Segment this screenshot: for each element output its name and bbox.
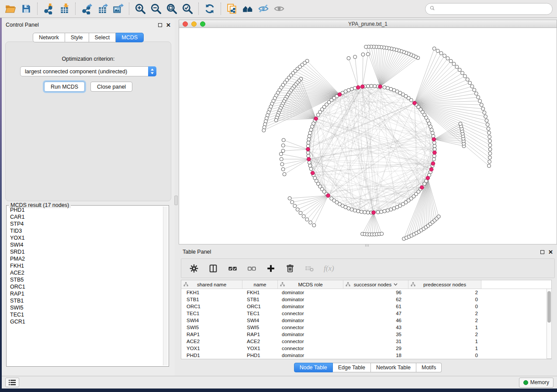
toolbar-button-open-folder[interactable]	[3, 2, 18, 16]
mcds-tab-content: Optimization criterion: largest connecte…	[5, 41, 171, 201]
mcds-node-item[interactable]: FKH1	[7, 262, 163, 269]
mcds-node-item[interactable]: SWI5	[7, 304, 163, 311]
network-title: YPA_prune.txt_1	[179, 21, 557, 27]
column-header-filler	[481, 280, 551, 289]
table-toolbar-columns-button[interactable]	[208, 264, 218, 273]
toolbar-button-show-all[interactable]	[271, 2, 287, 16]
mcds-node-item[interactable]: GCR1	[7, 318, 163, 325]
mcds-node-item[interactable]: TEC1	[7, 311, 163, 318]
mcds-node-item[interactable]: YOX1	[7, 234, 163, 241]
column-header-successor-nodes[interactable]: successor nodes	[343, 280, 408, 289]
tab-motifs[interactable]: Motifs	[416, 363, 442, 372]
table-toolbar: f(x)	[181, 258, 555, 278]
table-toolbar-select-all-button[interactable]	[228, 264, 237, 273]
toolbar-button-export-image[interactable]	[110, 2, 126, 16]
column-header-name[interactable]: name	[242, 280, 278, 289]
vertical-splitter[interactable]	[174, 196, 178, 205]
table-row[interactable]: SWI5 SWI5 connector 43 1	[181, 324, 551, 331]
table-row[interactable]: STB1 STB1 dominator 62 0	[181, 296, 551, 303]
column-header-predecessor-nodes[interactable]: predecessor nodes	[408, 280, 481, 289]
table-toolbar-deselect-all-button[interactable]	[247, 264, 256, 273]
toolbar-button-import-network[interactable]	[41, 2, 56, 16]
network-canvas[interactable]	[179, 28, 557, 244]
float-table-panel-icon[interactable]	[540, 250, 544, 254]
close-table-panel-icon[interactable]: ✕	[548, 250, 553, 254]
table-row[interactable]: SWI4 SWI4 dominator 46 2	[181, 317, 551, 324]
mcds-node-item[interactable]: STP4	[7, 220, 163, 227]
column-header-shared-name[interactable]: shared name	[181, 280, 242, 289]
attribute-type-icon	[183, 282, 188, 287]
mcds-node-item[interactable]: PHD1	[7, 206, 163, 213]
toolbar-button-zoom-fit[interactable]	[164, 2, 180, 16]
export-table-icon	[97, 3, 108, 14]
column-header-MCDS-role[interactable]: MCDS role	[278, 280, 343, 289]
tab-style[interactable]: Style	[65, 33, 89, 42]
settings-icon	[189, 264, 199, 273]
control-panel: Control Panel ✕ NetworkStyleSelectMCDS O…	[2, 20, 175, 376]
tab-edge-table[interactable]: Edge Table	[333, 363, 371, 372]
mcds-node-item[interactable]: STB1	[7, 297, 163, 304]
tab-network[interactable]: Network	[33, 33, 65, 42]
zoom-in-icon	[135, 3, 146, 14]
mcds-node-item[interactable]: SWI4	[7, 241, 163, 248]
mcds-list-scrollbar[interactable]	[163, 206, 168, 365]
tab-network-table[interactable]: Network Table	[371, 363, 416, 372]
table-toolbar-settings-button[interactable]	[189, 264, 199, 273]
toolbar-button-first-neighbors[interactable]	[240, 2, 256, 16]
tab-node-table[interactable]: Node Table	[294, 363, 333, 372]
mcds-node-item[interactable]: ORC1	[7, 283, 163, 290]
hide-selected-icon	[258, 3, 269, 14]
table-row[interactable]: YOX1 YOX1 connector 29 1	[181, 345, 551, 352]
table-row[interactable]: TEC1 TEC1 connector 47 2	[181, 310, 551, 317]
table-toolbar-add-button[interactable]	[266, 264, 276, 273]
delete-icon	[285, 264, 295, 273]
main-toolbar	[0, 0, 557, 18]
toolbar-button-save[interactable]	[18, 2, 34, 16]
table-row[interactable]: RAP1 RAP1 dominator 35 2	[181, 331, 551, 338]
toolbar-button-refresh[interactable]	[202, 2, 218, 16]
table-row[interactable]: FKH1 FKH1 dominator 96 2	[181, 289, 551, 296]
tab-select[interactable]: Select	[89, 33, 116, 42]
table-row[interactable]: ORC1 ORC1 dominator 61 0	[181, 303, 551, 310]
mcds-node-item[interactable]: TID3	[7, 227, 163, 234]
mcds-node-item[interactable]: RAP1	[7, 290, 163, 297]
table-scrollbar-thumb[interactable]	[547, 291, 551, 323]
float-panel-icon[interactable]	[158, 23, 162, 27]
mcds-node-item[interactable]: SRD1	[7, 248, 163, 255]
close-panel-icon[interactable]: ✕	[166, 23, 171, 27]
select-all-icon	[228, 264, 237, 273]
mcds-node-item[interactable]: PMA2	[7, 255, 163, 262]
mcds-node-item[interactable]: STB5	[7, 276, 163, 283]
table-toolbar-delete-button[interactable]	[285, 264, 295, 273]
criterion-select[interactable]: largest connected component (undirected)	[20, 66, 156, 76]
sort-desc-icon	[394, 282, 398, 286]
mcds-result-list: PHD1CAR1STP4TID3YOX1SWI4SRD1PMA2FKH1ACE2…	[7, 206, 163, 365]
toolbar-separator	[75, 3, 76, 15]
refresh-icon	[204, 3, 215, 14]
table-scrollbar[interactable]	[547, 289, 552, 359]
mcds-node-item[interactable]: CAR1	[7, 213, 163, 220]
toolbar-button-zoom-selected[interactable]	[180, 2, 195, 16]
task-history-button[interactable]	[5, 378, 19, 387]
combo-stepper-icon	[148, 66, 156, 76]
toolbar-button-zoom-out[interactable]	[148, 2, 164, 16]
memory-button[interactable]: Memory	[519, 378, 554, 388]
tab-mcds[interactable]: MCDS	[116, 33, 144, 42]
toolbar-button-import-table[interactable]	[56, 2, 72, 16]
toolbar-button-export-table[interactable]	[94, 2, 110, 16]
table-row[interactable]: ACE2 ACE2 connector 31 1	[181, 338, 551, 345]
toolbar-button-zoom-in[interactable]	[132, 2, 148, 16]
mcds-node-item[interactable]: ACE2	[7, 269, 163, 276]
zoom-fit-icon	[166, 3, 177, 14]
run-mcds-button[interactable]: Run MCDS	[44, 82, 85, 92]
zoom-selected-icon	[182, 3, 193, 14]
toolbar-button-copy-network[interactable]	[224, 2, 240, 16]
toolbar-button-export-network[interactable]	[79, 2, 94, 16]
toolbar-button-hide-selected[interactable]	[256, 2, 271, 16]
table-row[interactable]: PHD1 PHD1 dominator 18 0	[181, 352, 551, 359]
zoom-out-icon	[150, 3, 162, 14]
search-input[interactable]	[439, 6, 548, 12]
toolbar-separator	[198, 3, 199, 15]
search-box[interactable]	[425, 3, 553, 15]
close-panel-button[interactable]: Close panel	[90, 82, 132, 92]
